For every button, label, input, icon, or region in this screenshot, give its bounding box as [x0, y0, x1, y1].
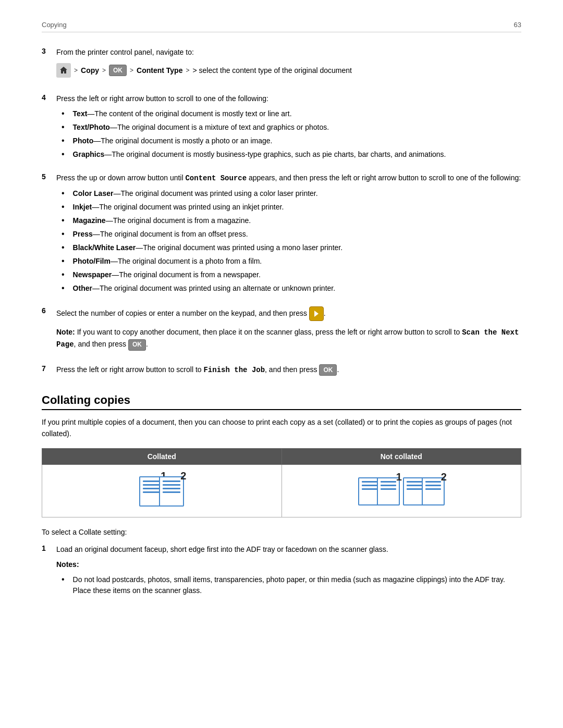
- step-5-list: Color Laser—The original document was pr…: [62, 188, 521, 294]
- scan-next-page-mono: Scan the Next Page: [56, 328, 519, 349]
- item-bold: Text/Photo: [73, 123, 110, 131]
- notes-label: Notes:: [56, 559, 521, 570]
- step-4-text: Press the left or right arrow button to …: [56, 93, 521, 104]
- section-title: Collating copies: [42, 393, 521, 410]
- doc-line: [143, 480, 161, 482]
- stack-1: 1: [358, 477, 400, 505]
- nav-suffix: > select the content type of the origina…: [192, 66, 351, 75]
- svg-marker-0: [314, 311, 319, 317]
- step-4: 4 Press the left or right arrow button t…: [42, 93, 521, 164]
- doc-front: 2: [159, 476, 184, 507]
- nc-num-1: 1: [396, 471, 402, 483]
- list-item: Text—The content of the original documen…: [62, 108, 521, 119]
- collated-cell: 1 2: [42, 464, 282, 517]
- page-header: Copying 63: [42, 21, 521, 32]
- step-4-content: Press the left or right arrow button to …: [56, 93, 521, 164]
- not-collated-cell: 1: [282, 464, 521, 517]
- item-bold: Text: [73, 109, 88, 118]
- doc-num-2: 2: [180, 470, 186, 482]
- item-bold: Other: [73, 284, 92, 292]
- item-bold: Photo/Film: [73, 257, 111, 265]
- content-source-mono: Content Source: [185, 174, 247, 182]
- finish-job-mono: Finish the Job: [203, 366, 265, 374]
- nav-chevron-1: >: [74, 67, 78, 74]
- item-bold: Black/White Laser: [73, 243, 136, 252]
- list-item: Inkjet—The original document was printed…: [62, 202, 521, 213]
- step-4-number: 4: [42, 93, 51, 164]
- ok-button-1: OK: [109, 65, 127, 76]
- item-bold: Graphics: [73, 150, 105, 158]
- list-item: Text/Photo—The original document is a mi…: [62, 122, 521, 133]
- stack-2: 2: [403, 477, 445, 505]
- step-3-number: 3: [42, 47, 51, 85]
- collated-icon: 1 2: [139, 476, 184, 507]
- item-bold: Magazine: [73, 216, 106, 225]
- step-5-number: 5: [42, 172, 51, 298]
- list-item: Photo—The original document is mostly a …: [62, 135, 521, 146]
- step-5-content: Press the up or down arrow button until …: [56, 172, 521, 298]
- step-6: 6 Select the number of copies or enter a…: [42, 306, 521, 356]
- note-text: Do not load postcards, photos, small ite…: [73, 574, 521, 596]
- step-4-list: Text—The content of the original documen…: [62, 108, 521, 160]
- start-icon: [309, 306, 324, 321]
- content-type-label: Content Type: [137, 66, 182, 75]
- step-6-number: 6: [42, 306, 51, 356]
- step-7-number: 7: [42, 364, 51, 379]
- collate-step-1-content: Load an original document faceup, short …: [56, 544, 521, 600]
- collate-table: Collated Not collated: [42, 448, 521, 517]
- item-bold: Newspaper: [73, 270, 112, 279]
- step-7-content: Press the left or right arrow button to …: [56, 364, 521, 379]
- doc-line: [143, 488, 161, 489]
- collate-notes-list: Do not load postcards, photos, small ite…: [62, 574, 521, 596]
- collate-intro: If you print multiple copies of a docume…: [42, 416, 521, 440]
- note-label: Note:: [56, 328, 75, 336]
- list-item: Color Laser—The original document was pr…: [62, 188, 521, 199]
- doc-line: [143, 491, 161, 493]
- nav-line: > Copy > OK > Content Type > > select th…: [56, 63, 521, 78]
- list-item: Do not load postcards, photos, small ite…: [62, 574, 521, 596]
- home-icon: [56, 63, 71, 78]
- step-3-content: From the printer control panel, navigate…: [56, 47, 521, 85]
- list-item: Press—The original document is from an o…: [62, 229, 521, 240]
- collated-header: Collated: [42, 448, 282, 464]
- step-6-content: Select the number of copies or enter a n…: [56, 306, 521, 356]
- doc-line: [163, 491, 180, 493]
- collate-step-1: 1 Load an original document faceup, shor…: [42, 544, 521, 600]
- list-item: Black/White Laser—The original document …: [62, 242, 521, 253]
- collate-step-1-number: 1: [42, 544, 51, 600]
- list-item: Graphics—The original document is mostly…: [62, 149, 521, 160]
- doc-line: [163, 480, 180, 482]
- page-header-title: Copying: [42, 21, 67, 29]
- list-item: Magazine—The original document is from a…: [62, 215, 521, 226]
- doc-line: [163, 488, 180, 489]
- item-bold: Inkjet: [73, 203, 92, 211]
- step-5: 5 Press the up or down arrow button unti…: [42, 172, 521, 298]
- collating-section: Collating copies If you print multiple c…: [42, 393, 521, 600]
- item-bold: Color Laser: [73, 189, 114, 198]
- item-bold: Press: [73, 230, 93, 238]
- step-3-text: From the printer control panel, navigate…: [56, 47, 521, 58]
- step-5-text: Press the up or down arrow button until …: [56, 172, 521, 184]
- copy-label: Copy: [81, 66, 99, 75]
- collate-step-1-text: Load an original document faceup, short …: [56, 544, 521, 555]
- not-collated-header: Not collated: [282, 448, 521, 464]
- ok-button-3: OK: [319, 364, 337, 376]
- item-bold: Photo: [73, 137, 94, 145]
- doc-line: [163, 484, 180, 486]
- nc-num-2: 2: [441, 471, 447, 483]
- doc-line: [143, 484, 161, 486]
- step-6-text: Select the number of copies or enter a n…: [56, 306, 521, 321]
- list-item: Newspaper—The original document is from …: [62, 269, 521, 280]
- step-3: 3 From the printer control panel, naviga…: [42, 47, 521, 85]
- nav-chevron-2: >: [102, 67, 106, 74]
- list-item: Other—The original document was printed …: [62, 283, 521, 294]
- step-6-note: Note: If you want to copy another docume…: [56, 326, 521, 351]
- nav-chevron-3: >: [130, 67, 133, 74]
- list-item: Photo/Film—The original document is a ph…: [62, 256, 521, 267]
- page-number: 63: [514, 21, 521, 29]
- ok-button-2: OK: [128, 339, 146, 351]
- step-7-text: Press the left or right arrow button to …: [56, 364, 521, 376]
- not-collated-icon: 1: [358, 477, 445, 505]
- nav-chevron-4: >: [186, 67, 189, 74]
- step-7: 7 Press the left or right arrow button t…: [42, 364, 521, 379]
